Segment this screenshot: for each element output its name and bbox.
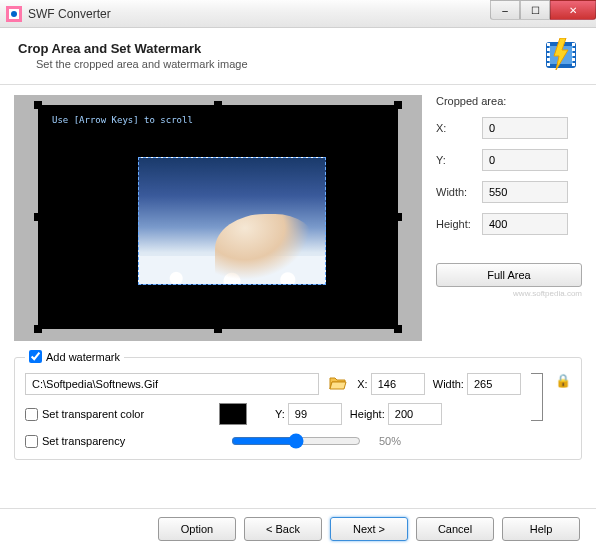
- wm-y-input[interactable]: [288, 403, 342, 425]
- svg-rect-7: [547, 53, 550, 56]
- page-header: Crop Area and Set Watermark Set the crop…: [0, 28, 596, 85]
- set-transparency-checkbox-label[interactable]: Set transparency: [25, 435, 185, 448]
- crop-x-label: X:: [436, 122, 482, 134]
- wm-width-label: Width:: [433, 378, 464, 390]
- back-button[interactable]: < Back: [244, 517, 322, 541]
- page-subtitle: Set the cropped area and watermark image: [36, 58, 248, 70]
- close-button[interactable]: ✕: [550, 0, 596, 20]
- maximize-button[interactable]: ☐: [520, 0, 550, 20]
- svg-point-2: [11, 11, 17, 17]
- watermark-group: Add watermark X: Width: Set transparent …: [14, 357, 582, 460]
- crop-handle[interactable]: [394, 213, 402, 221]
- set-transparency-checkbox[interactable]: [25, 435, 38, 448]
- crop-handle[interactable]: [34, 101, 42, 109]
- wm-y-label: Y:: [275, 408, 285, 420]
- svg-rect-5: [547, 43, 550, 46]
- wm-height-input[interactable]: [388, 403, 442, 425]
- preview-hint: Use [Arrow Keys] to scroll: [52, 115, 193, 125]
- crop-handle[interactable]: [394, 325, 402, 333]
- crop-handle[interactable]: [214, 325, 222, 333]
- help-button[interactable]: Help: [502, 517, 580, 541]
- wm-height-label: Height:: [350, 408, 385, 420]
- crop-handle[interactable]: [394, 101, 402, 109]
- svg-rect-10: [572, 43, 575, 46]
- next-button[interactable]: Next >: [330, 517, 408, 541]
- crop-preview[interactable]: Use [Arrow Keys] to scroll: [14, 95, 422, 341]
- svg-rect-13: [572, 58, 575, 61]
- aspect-link-bracket: [531, 373, 543, 421]
- wm-x-label: X:: [357, 378, 367, 390]
- option-button[interactable]: Option: [158, 517, 236, 541]
- wm-x-input[interactable]: [371, 373, 425, 395]
- folder-open-icon: [329, 375, 347, 391]
- dialog-footer: Option < Back Next > Cancel Help: [0, 508, 596, 548]
- full-area-button[interactable]: Full Area: [436, 263, 582, 287]
- svg-rect-6: [547, 48, 550, 51]
- transparency-slider[interactable]: [231, 433, 361, 449]
- cancel-button[interactable]: Cancel: [416, 517, 494, 541]
- svg-rect-11: [572, 48, 575, 51]
- film-lightning-icon: [544, 38, 578, 72]
- cropped-area-label: Cropped area:: [436, 95, 582, 107]
- crop-x-input[interactable]: [482, 117, 568, 139]
- svg-rect-9: [547, 63, 550, 66]
- crop-handle[interactable]: [34, 213, 42, 221]
- page-title: Crop Area and Set Watermark: [18, 41, 248, 56]
- svg-rect-8: [547, 58, 550, 61]
- minimize-button[interactable]: –: [490, 0, 520, 20]
- titlebar: SWF Converter – ☐ ✕: [0, 0, 596, 28]
- crop-handle[interactable]: [214, 101, 222, 109]
- add-watermark-checkbox-label[interactable]: Add watermark: [25, 350, 124, 363]
- watermark-hint-text: www.softpedia.com: [436, 289, 582, 298]
- set-transparent-color-checkbox-label[interactable]: Set transparent color: [25, 408, 185, 421]
- crop-y-input[interactable]: [482, 149, 568, 171]
- browse-button[interactable]: [327, 374, 349, 394]
- watermark-path-input[interactable]: [25, 373, 319, 395]
- set-transparent-color-checkbox[interactable]: [25, 408, 38, 421]
- add-watermark-checkbox[interactable]: [29, 350, 42, 363]
- crop-selection[interactable]: [138, 157, 326, 285]
- crop-y-label: Y:: [436, 154, 482, 166]
- crop-handle[interactable]: [34, 325, 42, 333]
- app-icon: [6, 6, 22, 22]
- lock-icon[interactable]: 🔒: [555, 373, 571, 388]
- svg-rect-12: [572, 53, 575, 56]
- crop-height-input[interactable]: [482, 213, 568, 235]
- transparent-color-swatch[interactable]: [219, 403, 247, 425]
- crop-width-input[interactable]: [482, 181, 568, 203]
- window-title: SWF Converter: [28, 7, 111, 21]
- wm-width-input[interactable]: [467, 373, 521, 395]
- crop-width-label: Width:: [436, 186, 482, 198]
- svg-rect-14: [572, 63, 575, 66]
- transparency-value: 50%: [379, 435, 401, 447]
- crop-height-label: Height:: [436, 218, 482, 230]
